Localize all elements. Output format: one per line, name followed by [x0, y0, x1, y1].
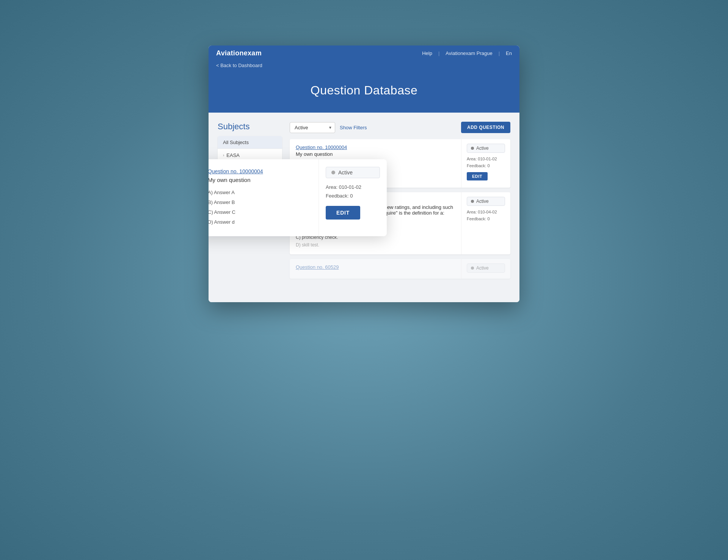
status-badge-2: Active	[467, 197, 505, 206]
status-dot-2	[471, 200, 474, 203]
nav-divider2: |	[499, 50, 500, 56]
floating-card-meta: Active Area: 010-01-02 Feedback: 0 EDIT	[318, 159, 387, 236]
floating-status-label: Active	[338, 169, 353, 176]
filter-select[interactable]: Active Inactive All	[290, 122, 335, 133]
sidebar-title: Subjects	[218, 122, 282, 132]
filter-select-wrap: Active Inactive All ▼	[290, 122, 335, 133]
show-filters-button[interactable]: Show Filters	[340, 125, 367, 130]
answer-d: D) skill test.	[296, 242, 319, 248]
floating-status-badge: Active	[326, 167, 380, 178]
question-meta-2: Active Area: 010-04-02Feedback: 0	[461, 192, 510, 254]
page-title-area: Question Database	[209, 72, 519, 113]
status-badge-3: Active	[467, 264, 505, 273]
meta-area-1: Area: 010-01-02Feedback: 0	[467, 156, 505, 169]
question-link-1[interactable]: Question no. 10000004	[296, 144, 455, 150]
question-meta-3: Active	[461, 259, 510, 279]
status-label-1: Active	[476, 146, 489, 151]
floating-meta-area: Area: 010-01-02 Feedback: 0	[326, 183, 380, 201]
question-title-1: My own question	[296, 151, 455, 157]
toolbar: Active Inactive All ▼ Show Filters ADD Q…	[290, 122, 510, 133]
page-title: Question Database	[216, 83, 512, 97]
arrow-icon: ›	[223, 153, 224, 157]
status-dot-1	[471, 147, 474, 150]
floating-card-answers: A) Answer A B) Answer B C) Answer C D) A…	[209, 188, 308, 227]
add-question-button[interactable]: ADD QUESTION	[461, 122, 510, 133]
question-card-3: Question no. 60529 Active	[290, 259, 510, 279]
floating-status-dot	[331, 171, 335, 174]
floating-card-link[interactable]: Question no. 10000004	[209, 168, 308, 174]
question-link-3[interactable]: Question no. 60529	[296, 264, 455, 270]
lang-link[interactable]: En	[506, 50, 512, 56]
app-header: Aviationexam Help | Aviationexam Prague …	[209, 45, 519, 61]
floating-edit-button[interactable]: EDIT	[326, 206, 360, 220]
app-logo: Aviationexam	[216, 49, 262, 57]
floating-card-title: My own question	[209, 177, 308, 183]
nav-divider: |	[438, 50, 439, 56]
help-link[interactable]: Help	[422, 50, 432, 56]
status-badge-1: Active	[467, 144, 505, 153]
meta-area-2: Area: 010-04-02Feedback: 0	[467, 209, 505, 222]
status-label-2: Active	[476, 199, 489, 204]
floating-card-body: Question no. 10000004 My own question A)…	[209, 159, 318, 236]
floating-card: Question no. 10000004 My own question A)…	[209, 159, 387, 236]
question-body-3: Question no. 60529	[290, 259, 461, 279]
status-dot-3	[471, 267, 474, 270]
status-label-3: Active	[476, 265, 489, 271]
sidebar-item-all-subjects[interactable]: All Subjects	[218, 136, 282, 149]
app-window: Aviationexam Help | Aviationexam Prague …	[209, 45, 519, 302]
edit-button-1[interactable]: EDIT	[467, 172, 488, 180]
org-link[interactable]: Aviationexam Prague	[446, 50, 492, 56]
nav-right: Help | Aviationexam Prague | En	[422, 50, 512, 56]
back-link[interactable]: < Back to Dashboard	[209, 61, 519, 72]
question-meta-1: Active Area: 010-01-02Feedback: 0 EDIT	[461, 139, 510, 188]
